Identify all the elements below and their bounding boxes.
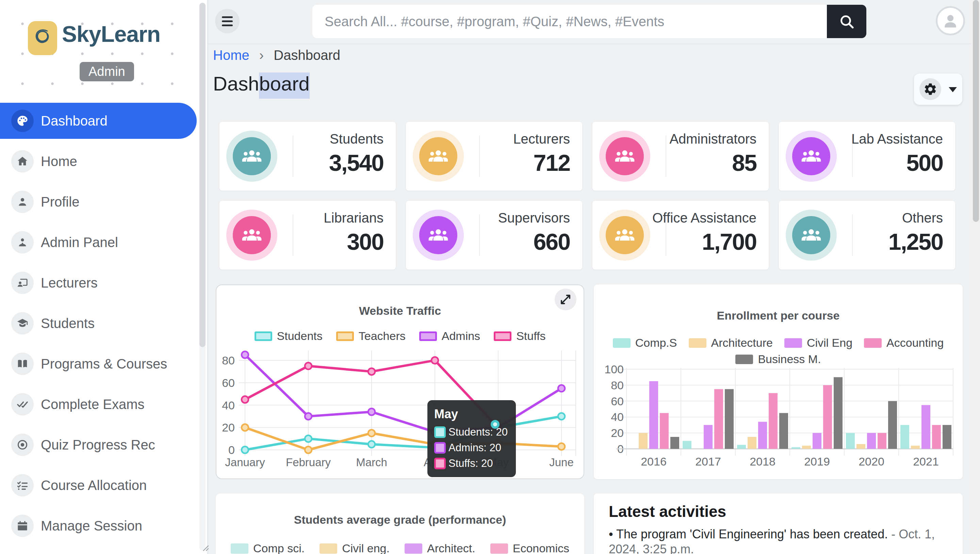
- groups-icon: [419, 216, 457, 254]
- gear-icon: [920, 78, 941, 100]
- svg-text:March: March: [356, 456, 387, 469]
- sidebar-item-admin-panel[interactable]: Admin Panel: [0, 224, 207, 260]
- sidebar-resize-handle-icon[interactable]: [200, 543, 209, 551]
- tooltip-row: Stuffs: 20: [434, 457, 508, 470]
- sidebar-item-label: Admin Panel: [41, 235, 118, 250]
- legend-label: Civil eng.: [342, 542, 390, 554]
- legend-item[interactable]: Architect.: [404, 542, 476, 554]
- checklist-icon: [11, 474, 34, 497]
- svg-text:80: 80: [222, 354, 235, 367]
- menu-toggle-button[interactable]: [215, 9, 240, 33]
- svg-text:100: 100: [605, 363, 624, 376]
- lecturer-icon: [11, 272, 34, 294]
- sidebar-item-label: Complete Exams: [41, 397, 145, 412]
- activities-list: • The program 'Civil Engineering' has be…: [609, 527, 953, 554]
- stat-card: Lab Assistance500: [779, 122, 955, 191]
- sidebar-item-label: Profile: [41, 194, 79, 210]
- sidebar-item-label: Course Allocation: [41, 478, 147, 493]
- stat-card: Students3,540: [220, 122, 396, 191]
- stat-value: 3,540: [329, 150, 383, 176]
- stat-icon-halo: [599, 210, 650, 261]
- student-icon: [11, 312, 34, 334]
- sidebar-item-home[interactable]: Home: [0, 143, 207, 179]
- chart-legend: Comp sci.Civil eng.Architect.Economics: [216, 542, 584, 554]
- tooltip-label: Stuffs: 20: [449, 457, 493, 470]
- sidebar-scrollbar-thumb[interactable]: [199, 3, 205, 347]
- sidebar-item-lecturers[interactable]: Lecturers: [0, 265, 207, 301]
- stat-value: 712: [513, 150, 570, 176]
- person-icon: [11, 191, 34, 213]
- sidebar-item-label: Lecturers: [41, 275, 98, 291]
- stat-label: Office Assistance: [652, 210, 756, 226]
- breadcrumb-home-link[interactable]: Home: [213, 48, 250, 63]
- groups-icon: [233, 137, 271, 175]
- svg-text:2018: 2018: [749, 455, 775, 468]
- website-traffic-card: Website Traffic StudentsTeachersAdminsSt…: [216, 285, 584, 479]
- book-icon: [11, 353, 34, 375]
- expand-chart-button[interactable]: [555, 288, 576, 310]
- palette-icon: [11, 110, 34, 132]
- chevron-down-icon: [949, 87, 957, 92]
- stat-icon-halo: [413, 131, 464, 182]
- svg-text:2019: 2019: [804, 455, 830, 468]
- legend-label: Comp sci.: [253, 542, 305, 554]
- groups-icon: [606, 216, 644, 254]
- user-avatar[interactable]: [936, 6, 965, 35]
- page-scrollbar-thumb[interactable]: [973, 0, 979, 222]
- sidebar-item-label: Manage Session: [41, 518, 142, 533]
- tooltip-label: Students: 20: [449, 426, 508, 438]
- sidebar-item-manage-session[interactable]: Manage Session: [0, 508, 207, 544]
- sidebar-header: SkyLearn Admin: [0, 0, 207, 102]
- stat-label: Lecturers: [513, 131, 570, 146]
- svg-text:2016: 2016: [641, 455, 667, 468]
- svg-text:2020: 2020: [859, 455, 885, 468]
- sidebar-item-quiz-progress-rec[interactable]: Quiz Progress Rec: [0, 427, 207, 463]
- settings-button[interactable]: [914, 73, 962, 105]
- search-input[interactable]: [312, 5, 827, 38]
- groups-icon: [419, 137, 457, 175]
- sidebar-item-label: Students: [41, 316, 95, 331]
- stat-card: Supervisors660: [406, 201, 582, 269]
- tooltip-swatch: [434, 427, 446, 438]
- search-button[interactable]: [827, 5, 866, 38]
- enrollment-card: Enrollment per course Comp.SArchitecture…: [594, 285, 963, 479]
- stat-icon-halo: [599, 131, 650, 182]
- sidebar-item-complete-exams[interactable]: Complete Exams: [0, 386, 207, 422]
- legend-item[interactable]: Civil eng.: [320, 542, 390, 554]
- legend-item[interactable]: Comp sci.: [231, 542, 305, 554]
- page-scrollbar-track[interactable]: [971, 0, 980, 554]
- sidebar-item-programs-courses[interactable]: Programs & Courses: [0, 346, 207, 382]
- sidebar-item-students[interactable]: Students: [0, 305, 207, 341]
- latest-activities-card: Latest activities • The program 'Civil E…: [594, 494, 963, 554]
- tooltip-label: Admins: 20: [449, 442, 501, 454]
- legend-swatch: [231, 543, 248, 554]
- legend-item[interactable]: Economics: [490, 542, 569, 554]
- svg-text:2017: 2017: [695, 455, 721, 468]
- sidebar-item-dashboard[interactable]: Dashboard: [0, 103, 197, 139]
- breadcrumb-current: Dashboard: [274, 48, 340, 63]
- stat-card: Others1,250: [779, 201, 955, 269]
- stat-divider: [293, 135, 293, 177]
- svg-text:February: February: [286, 456, 331, 469]
- sidebar-item-course-allocation[interactable]: Course Allocation: [0, 467, 207, 503]
- stat-value: 1,700: [652, 228, 756, 255]
- page-title: Dashboard: [213, 72, 310, 95]
- page-title-selection: board: [259, 72, 309, 95]
- groups-icon: [233, 216, 271, 254]
- sidebar-divider: [208, 0, 208, 554]
- groups-icon: [606, 137, 644, 175]
- brand-name: SkyLearn: [62, 21, 160, 47]
- target-icon: [11, 433, 34, 456]
- svg-text:60: 60: [222, 376, 235, 389]
- stat-icon-halo: [786, 210, 837, 261]
- admin-icon: [11, 231, 34, 253]
- sidebar-item-profile[interactable]: Profile: [0, 184, 207, 220]
- stat-label: Students: [329, 131, 383, 146]
- average-grade-card: Students average grade (performance) Com…: [216, 494, 584, 554]
- sidebar-item-label: Home: [41, 154, 77, 169]
- admin-badge: Admin: [80, 62, 134, 81]
- legend-swatch: [320, 543, 337, 554]
- svg-text:80: 80: [611, 379, 624, 392]
- sidebar: SkyLearn Admin DashboardHomeProfileAdmin…: [0, 0, 207, 554]
- brand-logo-icon: [28, 21, 57, 55]
